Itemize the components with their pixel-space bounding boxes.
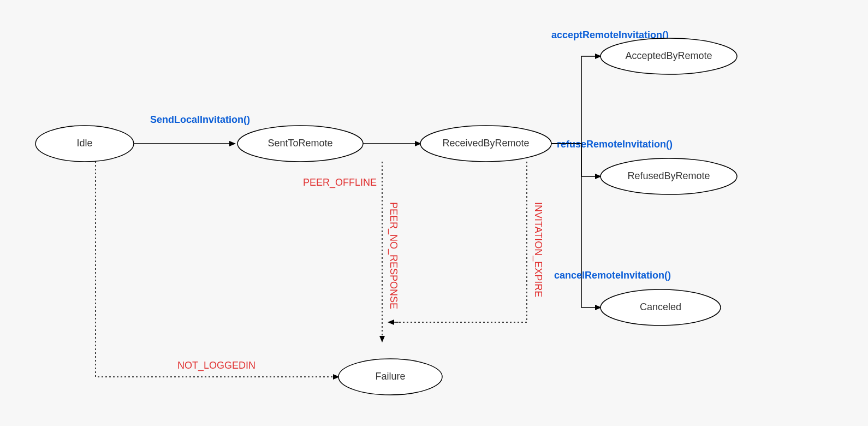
edge-label-invitation-expire: INVITATION_EXPIRE — [532, 202, 544, 297]
state-diagram: SendLocalInvitation() acceptRemoteInvita… — [0, 0, 868, 426]
state-received-by-remote: ReceivedByRemote — [420, 126, 551, 162]
state-idle-label: Idle — [76, 138, 92, 149]
state-sent-to-remote-label: SentToRemote — [267, 138, 332, 149]
edge-label-peer-no-response: PEER_NO_RESPONSE — [388, 202, 399, 309]
state-idle: Idle — [35, 126, 134, 162]
state-received-by-remote-label: ReceivedByRemote — [442, 138, 529, 149]
state-canceled-label: Canceled — [640, 301, 681, 312]
edge-idle-to-failure — [96, 161, 338, 377]
edge-label-peer-offline: PEER_OFFLINE — [303, 177, 377, 188]
state-failure: Failure — [338, 359, 442, 395]
edge-label-not-loggedin: NOT_LOGGEDIN — [177, 360, 255, 371]
state-failure-label: Failure — [375, 371, 405, 382]
edge-received-to-accepted — [551, 56, 601, 144]
edge-label-refuse-remote-invitation: refuseRemoteInvitation() — [557, 139, 673, 150]
state-accepted-by-remote: AcceptedByRemote — [601, 38, 737, 74]
edge-received-to-failure — [389, 162, 527, 322]
edge-label-cancel-remote-invitation: cancelRemoteInvitation() — [554, 270, 671, 281]
state-accepted-by-remote-label: AcceptedByRemote — [625, 50, 712, 61]
state-sent-to-remote: SentToRemote — [237, 126, 363, 162]
state-canceled: Canceled — [601, 289, 721, 326]
state-refused-by-remote-label: RefusedByRemote — [627, 170, 710, 181]
edge-received-to-canceled — [551, 144, 601, 307]
edge-label-send-local-invitation: SendLocalInvitation() — [150, 114, 250, 125]
state-refused-by-remote: RefusedByRemote — [601, 158, 737, 194]
